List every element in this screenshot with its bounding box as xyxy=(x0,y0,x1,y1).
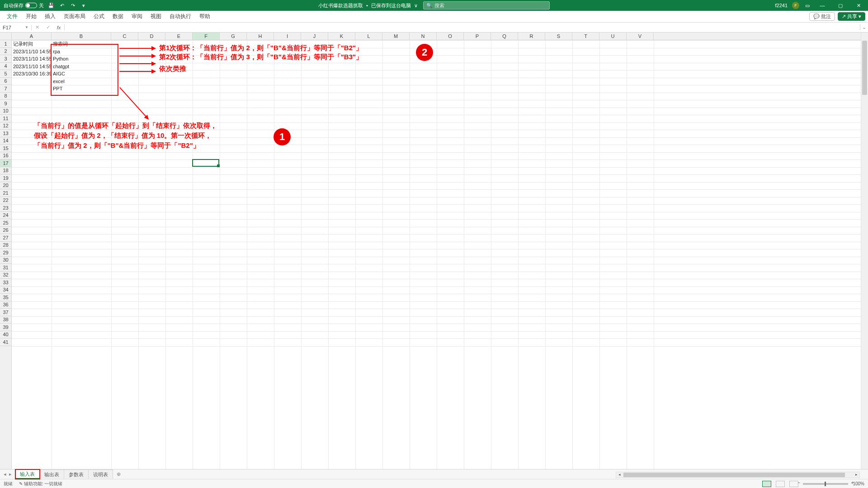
scroll-right-icon[interactable]: ▸ xyxy=(853,472,859,478)
col-header-U[interactable]: U xyxy=(599,33,627,40)
view-page-layout-button[interactable] xyxy=(776,481,785,487)
row-header-26[interactable]: 26 xyxy=(0,227,11,235)
row-header-17[interactable]: 17 xyxy=(0,160,11,167)
search-input[interactable] xyxy=(434,3,547,8)
row-header-14[interactable]: 14 xyxy=(0,137,11,145)
select-all-corner[interactable] xyxy=(0,33,12,40)
row-header-36[interactable]: 36 xyxy=(0,301,11,309)
horizontal-scrollbar[interactable]: ◂ ▸ xyxy=(616,472,860,478)
row-header-13[interactable]: 13 xyxy=(0,130,11,137)
maximize-button[interactable]: ▢ xyxy=(834,0,847,11)
row-header-10[interactable]: 10 xyxy=(0,108,11,115)
tab-data[interactable]: 数据 xyxy=(108,11,127,22)
cell-B1[interactable]: 搜索词 xyxy=(52,40,111,48)
col-header-S[interactable]: S xyxy=(545,33,572,40)
col-header-C[interactable]: C xyxy=(111,33,138,40)
row-header-27[interactable]: 27 xyxy=(0,234,11,242)
row-header-4[interactable]: 4 xyxy=(0,63,11,70)
cells-area[interactable]: 记录时间搜索词2023/11/10 14:55rpa2023/11/10 14:… xyxy=(12,40,861,469)
col-header-F[interactable]: F xyxy=(193,33,220,40)
col-header-H[interactable]: H xyxy=(247,33,274,40)
scrollbar-thumb[interactable] xyxy=(862,41,867,95)
status-accessibility[interactable]: ✎ 辅助功能: 一切就绪 xyxy=(19,481,62,487)
row-header-41[interactable]: 41 xyxy=(0,338,11,346)
row-header-5[interactable]: 5 xyxy=(0,70,11,78)
sheet-tab-0[interactable]: 输入表 xyxy=(15,469,40,479)
row-header-37[interactable]: 37 xyxy=(0,309,11,316)
row-header-11[interactable]: 11 xyxy=(0,115,11,122)
close-button[interactable]: ✕ xyxy=(852,0,865,11)
col-header-T[interactable]: T xyxy=(572,33,599,40)
col-header-M[interactable]: M xyxy=(382,33,410,40)
row-header-12[interactable]: 12 xyxy=(0,122,11,130)
sheet-nav[interactable]: ◂▸ xyxy=(0,471,15,477)
cell-A5[interactable]: 2023/10/30 16:39 xyxy=(12,70,52,78)
formula-expand-icon[interactable]: ⌄ xyxy=(860,24,868,30)
sheet-tab-1[interactable]: 输出表 xyxy=(40,469,64,479)
cell-B2[interactable]: rpa xyxy=(52,48,111,56)
tab-insert[interactable]: 插入 xyxy=(41,11,60,22)
row-header-15[interactable]: 15 xyxy=(0,145,11,152)
spreadsheet-grid[interactable]: ABCDEFGHIJKLMNOPQRSTUV 12345678910111213… xyxy=(0,33,868,469)
tab-help[interactable]: 帮助 xyxy=(195,11,214,22)
scroll-left-icon[interactable]: ◂ xyxy=(616,472,623,478)
cell-A3[interactable]: 2023/11/10 14:55 xyxy=(12,55,52,63)
row-header-33[interactable]: 33 xyxy=(0,279,11,286)
row-header-34[interactable]: 34 xyxy=(0,286,11,294)
col-header-O[interactable]: O xyxy=(437,33,464,40)
column-headers[interactable]: ABCDEFGHIJKLMNOPQRSTUV xyxy=(12,33,861,40)
col-header-R[interactable]: R xyxy=(518,33,545,40)
save-icon[interactable]: 💾 xyxy=(47,2,55,9)
col-header-B[interactable]: B xyxy=(52,33,111,40)
row-header-19[interactable]: 19 xyxy=(0,174,11,182)
col-header-E[interactable]: E xyxy=(165,33,193,40)
row-header-21[interactable]: 21 xyxy=(0,189,11,197)
tab-review[interactable]: 审阅 xyxy=(127,11,146,22)
row-header-40[interactable]: 40 xyxy=(0,331,11,339)
row-header-23[interactable]: 23 xyxy=(0,204,11,212)
share-button[interactable]: ↗ 共享 ▾ xyxy=(838,12,865,21)
qa-dropdown-icon[interactable]: ▾ xyxy=(80,2,87,9)
tab-formulas[interactable]: 公式 xyxy=(90,11,108,22)
comments-button[interactable]: 💬 批注 xyxy=(809,12,835,21)
row-header-9[interactable]: 9 xyxy=(0,100,11,108)
row-headers[interactable]: 1234567891011121314151617181920212223242… xyxy=(0,40,12,469)
cell-B4[interactable]: chatgpt xyxy=(52,63,111,70)
row-header-18[interactable]: 18 xyxy=(0,167,11,175)
cell-B6[interactable]: excel xyxy=(52,78,111,85)
row-header-2[interactable]: 2 xyxy=(0,48,11,56)
row-header-28[interactable]: 28 xyxy=(0,242,11,249)
col-header-K[interactable]: K xyxy=(328,33,355,40)
tab-view[interactable]: 视图 xyxy=(146,11,165,22)
col-header-V[interactable]: V xyxy=(627,33,654,40)
row-header-7[interactable]: 7 xyxy=(0,85,11,93)
sheet-tab-2[interactable]: 参数表 xyxy=(64,469,89,479)
col-header-G[interactable]: G xyxy=(220,33,247,40)
col-header-P[interactable]: P xyxy=(464,33,491,40)
user-avatar[interactable]: F xyxy=(792,2,799,9)
cell-B3[interactable]: Python xyxy=(52,55,111,63)
col-header-Q[interactable]: Q xyxy=(491,33,518,40)
user-name[interactable]: f2241 xyxy=(775,3,788,8)
formula-cancel-icon[interactable]: ✕ xyxy=(32,24,42,30)
vertical-scrollbar[interactable] xyxy=(861,33,868,469)
row-header-30[interactable]: 30 xyxy=(0,257,11,264)
name-box[interactable]: F17▼ xyxy=(0,25,32,30)
cell-A1[interactable]: 记录时间 xyxy=(12,40,52,48)
document-title[interactable]: 小红书爆款选题抓取 • 已保存到这台电脑 ∨ xyxy=(318,2,418,9)
row-header-22[interactable]: 22 xyxy=(0,197,11,205)
col-header-A[interactable]: A xyxy=(12,33,52,40)
row-header-16[interactable]: 16 xyxy=(0,152,11,160)
zoom-level[interactable]: 100% xyxy=(853,481,864,486)
col-header-L[interactable]: L xyxy=(355,33,382,40)
row-header-38[interactable]: 38 xyxy=(0,316,11,324)
zoom-slider[interactable] xyxy=(803,483,848,485)
row-header-1[interactable]: 1 xyxy=(0,40,11,48)
ribbon-mode-icon[interactable]: ▭ xyxy=(804,2,811,9)
col-header-N[interactable]: N xyxy=(410,33,437,40)
col-header-J[interactable]: J xyxy=(301,33,328,40)
col-header-I[interactable]: I xyxy=(274,33,301,40)
row-header-3[interactable]: 3 xyxy=(0,55,11,63)
cell-A2[interactable]: 2023/11/10 14:55 xyxy=(12,48,52,56)
h-scrollbar-thumb[interactable] xyxy=(623,473,845,477)
